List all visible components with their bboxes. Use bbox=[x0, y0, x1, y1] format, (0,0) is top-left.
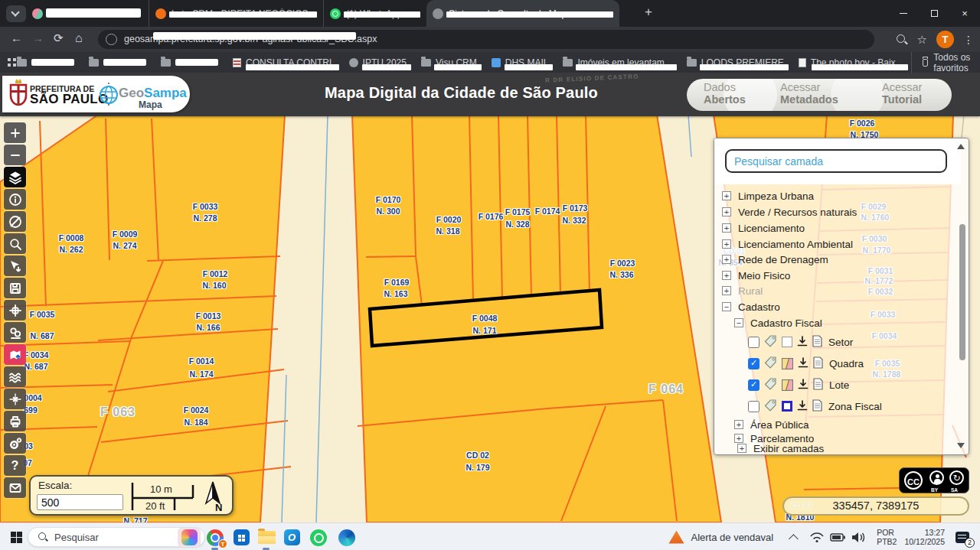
contact-button[interactable] bbox=[4, 477, 26, 498]
save-button[interactable] bbox=[4, 278, 26, 298]
minimize-button[interactable] bbox=[888, 0, 919, 27]
help-button[interactable]: ? bbox=[4, 455, 26, 476]
all-bookmarks-button[interactable]: Todos os favoritos bbox=[911, 52, 972, 73]
refresh-button[interactable]: ⟳ bbox=[54, 31, 64, 45]
zoom-in-button[interactable] bbox=[4, 122, 26, 143]
setor-style-swatch[interactable] bbox=[782, 337, 792, 347]
metadata-doc-icon[interactable] bbox=[813, 356, 823, 371]
bookmark-item[interactable]: Imóveis em levantam... bbox=[563, 57, 671, 68]
tray-overflow-chevron[interactable] bbox=[789, 534, 799, 544]
browser-tab[interactable]: (1) WhatsApp bbox=[323, 0, 426, 27]
taskbar-explorer-icon[interactable] bbox=[255, 528, 278, 547]
bookmark-item[interactable] bbox=[161, 59, 218, 67]
dados-abertos-button[interactable]: DadosAbertos bbox=[704, 81, 746, 106]
layer-group-rural[interactable]: + Rural bbox=[722, 284, 763, 298]
media-button[interactable] bbox=[4, 322, 26, 343]
expander-icon[interactable]: + bbox=[722, 255, 731, 264]
select-feature-button[interactable] bbox=[4, 255, 26, 276]
forward-button[interactable]: → bbox=[32, 31, 44, 44]
layer-group-cadastro[interactable]: − Cadastro bbox=[722, 300, 780, 314]
download-icon[interactable] bbox=[797, 336, 808, 349]
home-button[interactable]: ⌂ bbox=[75, 31, 83, 45]
info-button[interactable] bbox=[4, 189, 26, 210]
notification-center-icon[interactable]: 2 bbox=[956, 532, 969, 543]
profile-avatar[interactable]: T bbox=[936, 31, 954, 48]
layer-group-licenciamento[interactable]: + Licenciamento bbox=[722, 221, 805, 235]
layer-search-input[interactable] bbox=[725, 149, 947, 173]
bookmark-item[interactable]: DHS MAIL bbox=[492, 57, 549, 68]
scrollbar-thumb[interactable] bbox=[959, 224, 965, 360]
zoom-page-icon[interactable] bbox=[896, 34, 908, 46]
label-tag-icon[interactable] bbox=[764, 356, 777, 371]
site-info-icon[interactable] bbox=[106, 34, 117, 45]
metadata-doc-icon[interactable] bbox=[812, 335, 822, 350]
browser-menu-icon[interactable]: ⋮ bbox=[963, 34, 974, 46]
browser-tab[interactable] bbox=[26, 0, 149, 27]
lote-checkbox[interactable] bbox=[748, 379, 760, 391]
map-export-button[interactable] bbox=[4, 344, 26, 365]
setor-checkbox[interactable] bbox=[748, 337, 760, 348]
expander-icon[interactable]: + bbox=[722, 286, 731, 295]
download-icon[interactable] bbox=[798, 357, 808, 370]
compass-disabled-button[interactable] bbox=[4, 211, 26, 232]
download-icon[interactable] bbox=[798, 379, 808, 392]
layer-group-cadastro-fiscal[interactable]: − Cadastro Fiscal bbox=[734, 316, 822, 330]
lote-style-swatch[interactable] bbox=[782, 379, 793, 391]
expander-icon[interactable]: + bbox=[734, 420, 743, 429]
expander-icon[interactable]: + bbox=[722, 223, 731, 233]
layer-group-rede-drenagem[interactable]: + Rede de Drenagem bbox=[722, 252, 828, 266]
expander-icon[interactable]: + bbox=[722, 207, 731, 216]
browser-tab[interactable]: Lote CRM - DIREITA NEGÓCIOS bbox=[149, 0, 323, 27]
scale-input[interactable] bbox=[37, 494, 123, 510]
layers-button[interactable] bbox=[4, 167, 26, 187]
bookmark-item[interactable]: CONSULTA CONTRL bbox=[233, 57, 335, 68]
search-button[interactable] bbox=[4, 233, 26, 254]
taskbar-chrome-icon[interactable]: T bbox=[204, 528, 227, 547]
layer-group-exibir-camadas[interactable]: + Exibir camadas bbox=[737, 441, 824, 455]
clock[interactable]: 13:2710/12/2025 bbox=[904, 528, 945, 546]
layer-group-verde[interactable]: + Verde / Recursos naturais bbox=[722, 205, 857, 219]
expander-icon[interactable]: + bbox=[722, 239, 731, 249]
taskbar-edge-icon[interactable] bbox=[335, 528, 358, 547]
label-tag-icon[interactable] bbox=[764, 399, 777, 414]
taskbar-whatsapp-icon[interactable] bbox=[307, 528, 330, 547]
new-tab-button[interactable]: + bbox=[645, 5, 652, 20]
bookmark-item[interactable]: Visu CRM bbox=[421, 57, 477, 68]
print-button[interactable] bbox=[4, 411, 26, 431]
quadra-checkbox[interactable] bbox=[748, 358, 760, 369]
weather-widget[interactable]: Alerta de vendaval bbox=[668, 531, 773, 544]
acessar-metadados-button[interactable]: AcessarMetadados bbox=[780, 81, 838, 106]
back-button[interactable]: ← bbox=[11, 31, 22, 44]
bookmark-item[interactable] bbox=[17, 59, 74, 67]
bookmark-item[interactable]: IPTU 2025 bbox=[349, 57, 407, 68]
bookmark-item[interactable]: LOODS PREMIERE bbox=[687, 57, 784, 68]
contours-button[interactable] bbox=[4, 366, 26, 387]
maximize-button[interactable] bbox=[919, 0, 949, 27]
close-button[interactable]: × bbox=[949, 0, 980, 27]
label-tag-icon[interactable] bbox=[764, 334, 777, 350]
layer-group-meio-fisico[interactable]: + Meio Fisico bbox=[722, 268, 790, 282]
zoom-out-button[interactable] bbox=[4, 145, 26, 165]
download-icon[interactable] bbox=[797, 400, 808, 413]
windows-start-button[interactable] bbox=[11, 532, 22, 543]
measure-button[interactable] bbox=[4, 300, 26, 321]
bookmark-item[interactable]: The photo boy - Baix... bbox=[799, 57, 903, 68]
label-tag-icon[interactable] bbox=[764, 377, 777, 392]
bookmark-item[interactable] bbox=[89, 59, 146, 67]
browser-tab[interactable]: Sistema de Consulta de Map... bbox=[426, 0, 619, 27]
layer-group-limpeza-urbana[interactable]: + Limpeza Urbana bbox=[722, 189, 814, 203]
clear-selection-button[interactable] bbox=[4, 389, 26, 409]
taskbar-copilot-icon[interactable] bbox=[178, 528, 201, 547]
layer-group-licenciamento-ambiental[interactable]: + Licenciamento Ambiental bbox=[722, 237, 853, 251]
tab-search-button[interactable] bbox=[6, 5, 26, 22]
scroll-down-arrow[interactable] bbox=[957, 443, 965, 448]
quadra-style-swatch[interactable] bbox=[782, 358, 793, 369]
taskbar-outlook-icon[interactable]: O bbox=[280, 528, 303, 547]
metadata-doc-icon[interactable] bbox=[812, 399, 822, 414]
settings-button[interactable] bbox=[4, 433, 26, 454]
expander-icon[interactable]: + bbox=[722, 191, 731, 200]
expander-icon[interactable]: − bbox=[722, 302, 731, 311]
cc-license-badge[interactable]: CC ↻ BY SA bbox=[899, 467, 969, 493]
expander-icon[interactable]: − bbox=[734, 318, 743, 327]
acessar-tutorial-button[interactable]: AcessarTutorial bbox=[882, 81, 922, 106]
